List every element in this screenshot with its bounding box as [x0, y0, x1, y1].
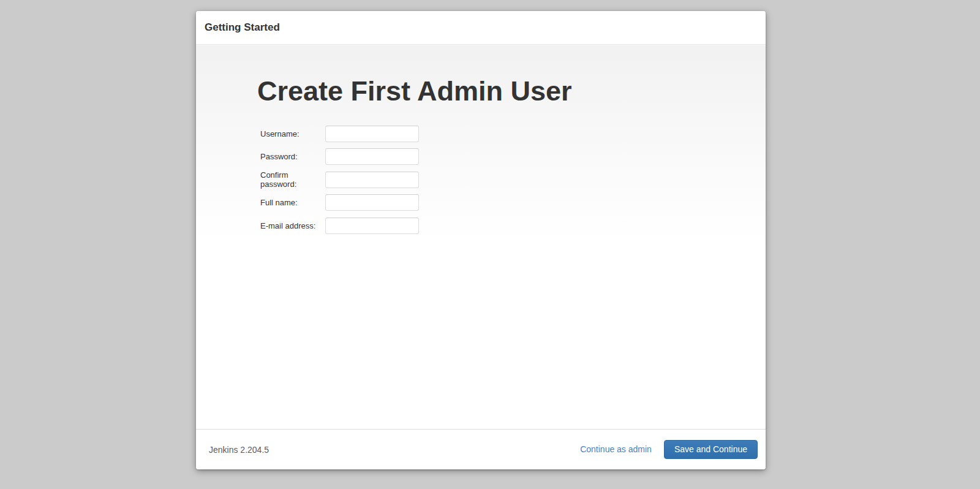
email-input[interactable] [325, 218, 419, 234]
save-and-continue-button[interactable]: Save and Continue [664, 440, 758, 459]
form-row: Password: [260, 148, 766, 165]
wizard-header-title: Getting Started [205, 21, 280, 34]
footer-actions: Continue as admin Save and Continue [580, 440, 758, 459]
admin-user-form: Username:Password:Confirm password:Full … [260, 126, 766, 234]
username-label: Username: [260, 129, 325, 138]
setup-wizard-dialog: Getting Started Create First Admin User … [196, 11, 766, 469]
wizard-content: Create First Admin User Username:Passwor… [196, 45, 766, 428]
form-row: Confirm password: [260, 172, 766, 188]
username-input[interactable] [325, 126, 419, 142]
form-row: Username: [260, 126, 766, 142]
page-title: Create First Admin User [257, 76, 766, 107]
form-row: E-mail address: [260, 218, 766, 234]
password-label: Password: [260, 152, 325, 161]
full-name-label: Full name: [260, 198, 325, 207]
continue-as-admin-link[interactable]: Continue as admin [580, 444, 652, 454]
desktop-background: { "header": { "title": "Getting Started"… [0, 0, 980, 489]
form-row: Full name: [260, 194, 766, 211]
password-input[interactable] [325, 148, 419, 165]
email-label: E-mail address: [260, 221, 325, 230]
confirm-password-label: Confirm password: [260, 170, 325, 189]
wizard-header: Getting Started [196, 11, 766, 45]
full-name-input[interactable] [325, 194, 419, 211]
confirm-password-input[interactable] [325, 172, 419, 188]
wizard-footer: Jenkins 2.204.5 Continue as admin Save a… [196, 429, 766, 469]
jenkins-version-label: Jenkins 2.204.5 [209, 445, 269, 455]
